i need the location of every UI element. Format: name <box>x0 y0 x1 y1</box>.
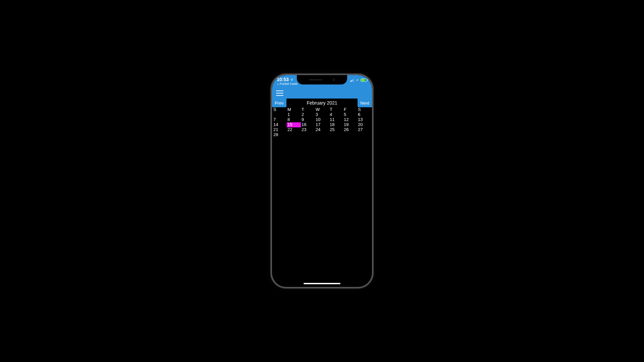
day-header: S <box>357 107 371 112</box>
calendar-title: February 2021 <box>307 100 337 106</box>
calendar-day-empty <box>273 112 287 117</box>
screen: 10:53 Pocket Casts <box>272 75 372 287</box>
phone-frame: 10:53 Pocket Casts <box>271 74 373 288</box>
cellular-signal-icon <box>350 79 354 82</box>
calendar-day[interactable]: 27 <box>357 127 371 132</box>
volume-down-button[interactable] <box>271 135 271 152</box>
calendar-day[interactable]: 18 <box>329 122 343 127</box>
status-left: 10:53 Pocket Casts <box>277 77 298 86</box>
calendar-day[interactable]: 3 <box>315 112 329 117</box>
wifi-icon <box>355 78 359 82</box>
calendar-day[interactable]: 24 <box>315 127 329 132</box>
calendar-day[interactable]: 5 <box>343 112 357 117</box>
calendar-day[interactable]: 8 <box>287 117 301 122</box>
calendar-day[interactable]: 4 <box>329 112 343 117</box>
calendar-day[interactable]: 25 <box>329 127 343 132</box>
status-time: 10:53 <box>277 77 289 82</box>
calendar-day[interactable]: 23 <box>301 127 315 132</box>
home-indicator[interactable] <box>304 283 340 284</box>
back-app-label: Pocket Casts <box>280 82 298 86</box>
calendar-day-headers: S M T W T F S <box>273 107 371 112</box>
front-camera <box>332 78 335 81</box>
day-header: F <box>343 107 357 112</box>
calendar-day-empty <box>343 132 357 137</box>
calendar-day[interactable]: 28 <box>273 132 287 137</box>
location-icon <box>290 78 293 81</box>
day-header: M <box>287 107 301 112</box>
battery-icon: ⚡ <box>361 78 367 82</box>
status-right: ⚡ <box>350 77 367 82</box>
calendar-day[interactable]: 14 <box>273 122 287 127</box>
calendar-day-empty <box>301 132 315 137</box>
next-month-button[interactable]: Next <box>358 99 372 107</box>
calendar-day-empty <box>329 132 343 137</box>
calendar-day[interactable]: 16 <box>301 122 315 127</box>
calendar-day-empty <box>357 132 371 137</box>
power-button[interactable] <box>373 132 373 156</box>
calendar-day-empty <box>287 132 301 137</box>
calendar-day[interactable]: 22 <box>287 127 301 132</box>
day-header: W <box>315 107 329 112</box>
calendar-day[interactable]: 26 <box>343 127 357 132</box>
day-header: T <box>301 107 315 112</box>
calendar-week: 21 22 23 24 25 26 27 <box>273 127 371 132</box>
calendar-day-empty <box>315 132 329 137</box>
calendar-day[interactable]: 12 <box>343 117 357 122</box>
day-header: S <box>273 107 287 112</box>
charging-bolt-icon: ⚡ <box>361 79 365 81</box>
calendar-day[interactable]: 6 <box>357 112 371 117</box>
calendar-week: 14 15 16 17 18 19 20 <box>273 122 371 127</box>
calendar-day[interactable]: 1 <box>287 112 301 117</box>
calendar-day[interactable]: 21 <box>273 127 287 132</box>
calendar-day[interactable]: 11 <box>329 117 343 122</box>
calendar-week: 7 8 9 10 11 12 13 <box>273 117 371 122</box>
calendar-day-selected[interactable]: 15 <box>287 122 301 127</box>
calendar-header: Prev February 2021 Next <box>272 99 372 107</box>
speaker-grille <box>309 79 322 80</box>
calendar-day[interactable]: 20 <box>357 122 371 127</box>
calendar-day[interactable]: 19 <box>343 122 357 127</box>
calendar-day[interactable]: 7 <box>273 117 287 122</box>
volume-up-button[interactable] <box>271 122 271 131</box>
back-to-app[interactable]: Pocket Casts <box>277 82 298 86</box>
calendar-day[interactable]: 2 <box>301 112 315 117</box>
calendar-day[interactable]: 17 <box>315 122 329 127</box>
calendar-day[interactable]: 9 <box>301 117 315 122</box>
calendar-grid: S M T W T F S 1 2 3 4 5 6 7 8 9 1 <box>272 107 372 137</box>
prev-month-button[interactable]: Prev <box>272 99 286 107</box>
menu-button[interactable] <box>276 90 283 96</box>
back-caret-icon <box>277 83 279 85</box>
day-header: T <box>329 107 343 112</box>
calendar-day[interactable]: 10 <box>315 117 329 122</box>
calendar-day[interactable]: 13 <box>357 117 371 122</box>
calendar-week: 1 2 3 4 5 6 <box>273 112 371 117</box>
calendar-week: 28 <box>273 132 371 137</box>
device-notch <box>297 75 347 84</box>
